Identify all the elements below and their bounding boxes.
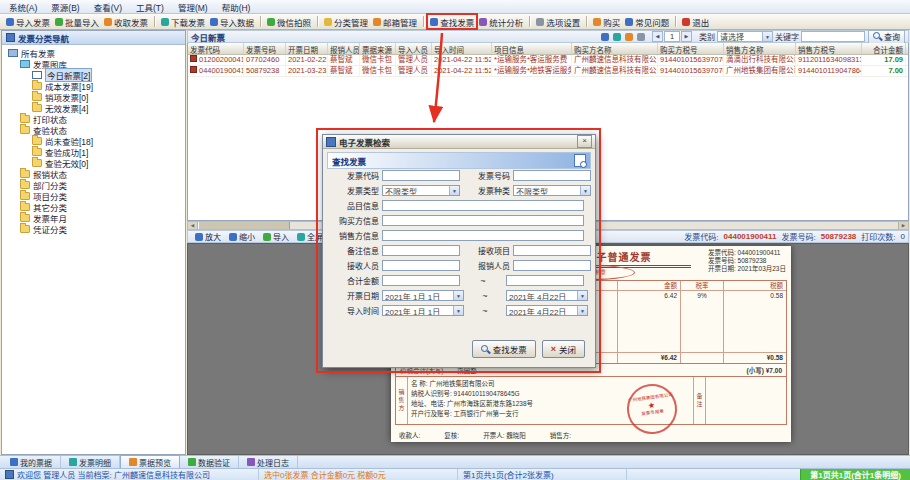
toolbar-button[interactable]: 退出 xyxy=(680,15,711,28)
drawer-label: 开票人: 魏晓阳 xyxy=(483,430,526,440)
cell-total-amount: 7.00 xyxy=(862,66,906,76)
dialog-search-button[interactable]: 查找发票 xyxy=(472,340,536,358)
preview-toolbar-button[interactable]: 放大 xyxy=(191,231,225,243)
column-header[interactable]: 票据来源 xyxy=(360,43,396,54)
column-header[interactable]: 开票日期 xyxy=(286,43,328,54)
toolbar-button[interactable]: 导入数据 xyxy=(208,15,256,28)
page-next-button[interactable]: ▶ xyxy=(681,31,692,42)
tree-item[interactable]: 发票年月 xyxy=(2,212,185,223)
toolbar-button[interactable]: 收取发票 xyxy=(102,15,150,28)
bottom-tab[interactable]: 发票明细 xyxy=(61,456,120,468)
import-time-from-picker[interactable]: 2021年 1月 1日 ▼ xyxy=(382,305,464,316)
preview-toolbar-button[interactable]: 导入 xyxy=(259,231,293,243)
tree-item[interactable]: 发票图库 xyxy=(2,58,185,69)
tree-item[interactable]: 查验成功[1] xyxy=(2,146,185,157)
column-header[interactable]: 购买方名称 xyxy=(572,43,658,54)
tree-item[interactable]: 项目分类 xyxy=(2,190,185,201)
invoice-type-select[interactable]: 不限类型 ▼ xyxy=(382,185,460,196)
list-tool-icon[interactable] xyxy=(625,33,633,41)
amount-to-input[interactable] xyxy=(506,275,584,286)
invoice-number-input[interactable] xyxy=(513,170,591,181)
tree-item[interactable]: 报销状态 xyxy=(2,168,185,179)
tree-item[interactable]: 尚未查验[18] xyxy=(2,135,185,146)
bottom-tab[interactable]: 票据预览 xyxy=(120,455,180,469)
tree-item[interactable]: 无效发票[4] xyxy=(2,102,185,113)
tree-item[interactable]: 今日新票[2] xyxy=(2,69,185,80)
column-header[interactable]: 购买方税号 xyxy=(658,43,724,54)
toolbar-button[interactable]: 导入发票 xyxy=(4,15,52,28)
tree-item[interactable]: 打印状态 xyxy=(2,113,185,124)
menu-item[interactable]: 工具(T) xyxy=(129,1,171,13)
bottom-tabs-bar: 我的票据 发票明细 票据预览 数据验证 处理日志 xyxy=(0,455,910,468)
menu-item[interactable]: 票源(B) xyxy=(44,1,86,13)
menu-item[interactable]: 帮助(H) xyxy=(215,1,258,13)
scrollbar-thumb[interactable] xyxy=(198,222,290,229)
dialog-titlebar[interactable]: 电子发票检索 × xyxy=(323,135,595,149)
toolbar-button[interactable]: 邮箱管理 xyxy=(371,15,419,28)
column-header[interactable]: 发票号码 xyxy=(244,43,286,54)
reimburser-input[interactable] xyxy=(513,260,591,271)
keyword-input[interactable] xyxy=(801,31,865,42)
column-header[interactable]: 报销人员 xyxy=(328,43,360,54)
tree-item[interactable]: 成本发票[19] xyxy=(2,80,185,91)
invoice-row[interactable]: 044001900411 50879238 2021-03-23 蔡智斌 微信卡… xyxy=(188,66,908,77)
search-button[interactable]: 查询 xyxy=(868,30,905,44)
bottom-tab[interactable]: 处理日志 xyxy=(239,456,298,468)
column-header[interactable]: 导入时间 xyxy=(432,43,492,54)
toolbar-button[interactable]: 统计分析 xyxy=(477,15,525,28)
toolbar-button[interactable]: 选项设置 xyxy=(534,15,582,28)
scroll-right-icon[interactable]: ▶ xyxy=(898,222,908,229)
receiver-input[interactable] xyxy=(382,260,460,271)
list-tool-icon[interactable] xyxy=(613,33,621,41)
tree-item[interactable]: 查验无效[0] xyxy=(2,157,185,168)
preview-button-icon xyxy=(229,233,237,241)
bottom-tab[interactable]: 我的票据 xyxy=(2,456,61,468)
buyer-info-input[interactable] xyxy=(382,215,584,226)
invoice-code-input[interactable] xyxy=(382,170,460,181)
column-header[interactable]: 发票代码 xyxy=(188,43,244,54)
remark-info-input[interactable] xyxy=(382,245,460,256)
tree-item[interactable]: 其它分类 xyxy=(2,201,185,212)
toolbar-button[interactable]: 微信拍照 xyxy=(265,15,313,28)
page-prev-button[interactable]: ◀ xyxy=(652,31,663,42)
bottom-tab[interactable]: 数据验证 xyxy=(180,456,239,468)
column-header[interactable]: 导入人员 xyxy=(396,43,432,54)
tree-item[interactable]: 销项发票[0] xyxy=(2,91,185,102)
menu-item[interactable]: 管理(M) xyxy=(171,1,215,13)
category-select[interactable]: 请选择 ▼ xyxy=(717,31,773,42)
dialog-cancel-button[interactable]: × 关闭 xyxy=(542,340,585,358)
preview-toolbar-button[interactable]: 缩小 xyxy=(225,231,259,243)
tree-item[interactable]: 凭证分类 xyxy=(2,223,185,234)
toolbar-button[interactable]: 查找发票 xyxy=(428,15,476,28)
column-header[interactable]: 合计金额 xyxy=(862,43,906,54)
menu-item[interactable]: 系统(A) xyxy=(2,1,44,13)
issue-date-from-picker[interactable]: 2021年 1月 1日 ▼ xyxy=(382,290,464,301)
list-tool-icon[interactable] xyxy=(601,33,609,41)
column-header[interactable]: 销售方税号 xyxy=(796,43,862,54)
toolbar-button[interactable]: 下载发票 xyxy=(159,15,207,28)
list-tool-icon[interactable] xyxy=(637,33,645,41)
toolbar-button[interactable]: 常见问题 xyxy=(623,15,671,28)
import-time-to-picker[interactable]: 2021年 4月22日 ▼ xyxy=(506,305,588,316)
tree-item[interactable]: 查验状态 xyxy=(2,124,185,135)
invoice-kind-select[interactable]: 不限类型 ▼ xyxy=(513,185,591,196)
toolbar-button[interactable]: 批量导入 xyxy=(53,15,101,28)
invoice-row[interactable]: 012002000411 07702460 2021-02-22 蔡智斌 微信卡… xyxy=(188,55,908,66)
dialog-close-icon[interactable]: × xyxy=(577,135,592,148)
issue-date-to-picker[interactable]: 2021年 4月22日 ▼ xyxy=(506,290,588,301)
tree-item[interactable]: 部门分类 xyxy=(2,179,185,190)
tree-item[interactable]: 所有发票 xyxy=(2,47,185,58)
amount-from-input[interactable] xyxy=(382,275,460,286)
toolbar-button-icon xyxy=(625,18,633,26)
preview-code-value: 044001900411 xyxy=(724,232,777,241)
toolbar-button[interactable]: 分类管理 xyxy=(322,15,370,28)
receive-project-input[interactable] xyxy=(513,245,591,256)
scroll-left-icon[interactable]: ◀ xyxy=(188,222,198,229)
seller-info-input[interactable] xyxy=(382,230,584,241)
column-header[interactable]: 销售方名称 xyxy=(724,43,796,54)
column-header[interactable]: 项目信息 xyxy=(492,43,572,54)
toolbar-button-icon xyxy=(536,18,544,26)
menu-item[interactable]: 查看(V) xyxy=(87,1,129,13)
toolbar-button[interactable]: 购买 xyxy=(591,15,622,28)
item-info-input[interactable] xyxy=(382,200,584,211)
